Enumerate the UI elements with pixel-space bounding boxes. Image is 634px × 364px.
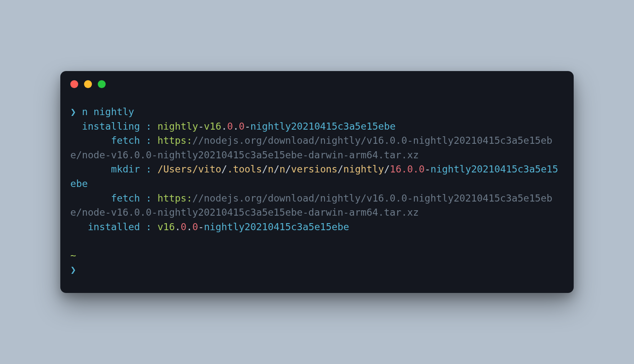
path-version: 16.0.0: [390, 163, 425, 175]
cwd-tilde: ~: [70, 250, 76, 261]
path-seg: nightly: [343, 163, 384, 175]
path-seg: versions: [291, 163, 338, 175]
slash: /: [274, 163, 280, 175]
installed-label: installed :: [70, 221, 151, 232]
prompt-glyph: ❯: [70, 106, 76, 117]
slash: /: [285, 163, 291, 175]
path-seg: n: [268, 163, 274, 175]
dot: .: [233, 121, 239, 132]
command-text: n nightly: [82, 106, 134, 117]
minimize-icon[interactable]: [84, 80, 92, 88]
url-protocol: https:: [151, 135, 192, 146]
mkdir-label: mkdir :: [70, 163, 151, 175]
fetch-label: fetch :: [70, 135, 151, 146]
install-pkg: nightly: [151, 121, 198, 132]
window-titlebar: [60, 71, 574, 93]
slash: /: [262, 163, 268, 175]
install-build: nightly20210415c3a5e15ebe: [250, 121, 396, 132]
dot: .: [221, 121, 227, 132]
installed-version-major: v16: [151, 221, 175, 232]
install-label: installing :: [70, 121, 151, 132]
zero: 0: [227, 121, 233, 132]
close-icon[interactable]: [70, 80, 78, 88]
slash: /: [384, 163, 390, 175]
path-seg: .tools: [227, 163, 262, 175]
maximize-icon[interactable]: [98, 80, 106, 88]
dot: .: [186, 221, 192, 232]
slash: /: [221, 163, 227, 175]
terminal-window: ❯ n nightly installing : nightly-v16.0.0…: [60, 71, 574, 293]
path-seg: /Users/vito: [151, 163, 221, 175]
slash: /: [337, 163, 343, 175]
install-version-major: v16: [204, 121, 221, 132]
zero: 0: [239, 121, 245, 132]
installed-build: nightly20210415c3a5e15ebe: [204, 221, 349, 232]
prompt-glyph: ❯: [70, 264, 76, 275]
dash: -: [198, 221, 204, 232]
dash: -: [425, 163, 431, 175]
fetch-label: fetch :: [70, 192, 151, 204]
path-seg: n: [280, 163, 285, 175]
dash: -: [245, 121, 250, 132]
zero: 0: [192, 221, 198, 232]
dash: -: [198, 121, 204, 132]
spacer: [76, 106, 82, 117]
zero: 0: [181, 221, 186, 232]
url-protocol: https:: [151, 192, 192, 204]
dot: .: [175, 221, 181, 232]
terminal-content[interactable]: ❯ n nightly installing : nightly-v16.0.0…: [60, 93, 574, 277]
